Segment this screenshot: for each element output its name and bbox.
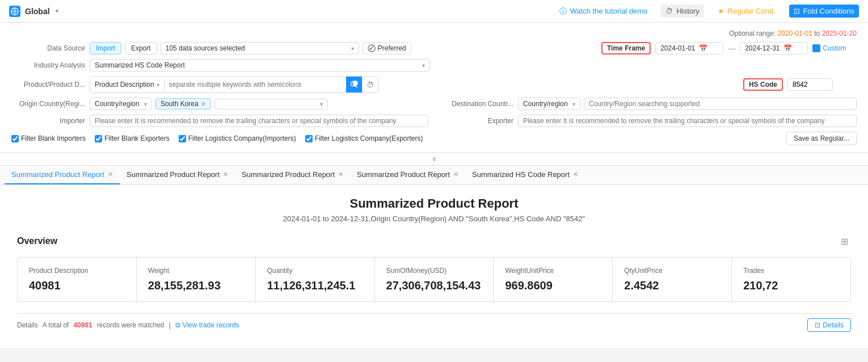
fold-icon: ⊡ bbox=[794, 7, 800, 15]
navbar-left: Global ▼ bbox=[9, 6, 60, 17]
stats-row: Product Description 40981 Weight 28,155,… bbox=[17, 257, 851, 302]
origin-type-value: Country/region bbox=[95, 100, 140, 108]
product-type-arrow-icon: ▾ bbox=[157, 82, 159, 88]
origin-controls: Country/region ▾ South Korea ✕ ▾ bbox=[90, 98, 428, 110]
regular-cond-button[interactable]: ★ Regular Cond. bbox=[713, 5, 780, 18]
report-title: Summarized Product Report bbox=[17, 196, 851, 211]
history-button[interactable]: ⏱ History bbox=[661, 5, 703, 18]
stat-value-5: 2.4542 bbox=[624, 279, 720, 292]
hs-code-input[interactable] bbox=[787, 78, 833, 91]
filter-logistics-importers-checkbox[interactable]: Filter Logistics Company(Importers) bbox=[179, 134, 296, 142]
data-source-dropdown[interactable]: 105 data sources selected ▾ bbox=[161, 42, 359, 54]
importer-controls bbox=[90, 115, 428, 127]
filter-logistics-exporters-checkbox[interactable]: Filter Logistics Company(Exporters) bbox=[305, 134, 423, 142]
view-trade-records-link[interactable]: ⧉ View trade records bbox=[175, 321, 239, 329]
filter-blank-importers-checkbox[interactable]: Filter Blank Importers bbox=[11, 134, 86, 142]
tab-2-close-icon[interactable]: ✕ bbox=[338, 171, 343, 178]
tab-0-close-icon[interactable]: ✕ bbox=[108, 171, 113, 178]
tab-1-close-icon[interactable]: ✕ bbox=[223, 171, 228, 178]
custom-box-icon bbox=[812, 44, 820, 52]
industry-dropdown[interactable]: Summarized HS Code Report ▾ bbox=[90, 59, 430, 71]
datasource-label: Data Source bbox=[11, 44, 85, 52]
industry-label: Industry Analysis bbox=[11, 61, 85, 69]
dest-type-arrow-icon: ▾ bbox=[572, 101, 575, 107]
tab-3[interactable]: Summarized Product Report ✕ bbox=[350, 166, 465, 184]
stat-value-2: 11,126,311,245.1 bbox=[267, 279, 363, 292]
logistics-importers-check[interactable] bbox=[179, 135, 186, 142]
save-regular-button[interactable]: Save as Regular... bbox=[786, 132, 857, 145]
global-label: Global bbox=[25, 7, 50, 16]
stat-quantity: Quantity 11,126,311,245.1 bbox=[256, 258, 375, 301]
product-label: Product/Product D... bbox=[11, 81, 85, 89]
date-to-input[interactable]: 2024-12-31 📅 bbox=[740, 42, 808, 54]
filter-area: Optional range: 2020-01-01 to 2025-01-20… bbox=[0, 23, 868, 153]
overview-title: Overview bbox=[17, 236, 57, 246]
importer-input[interactable] bbox=[90, 115, 428, 127]
calendar-icon: 📅 bbox=[699, 44, 707, 52]
tutorial-button[interactable]: ⓘ Watch the tutorial demo bbox=[555, 4, 652, 19]
product-history-icon-btn[interactable]: ⏱ bbox=[362, 77, 378, 92]
origin-dropdown[interactable]: ▾ bbox=[214, 99, 328, 110]
details-suffix: records were matched bbox=[97, 321, 165, 329]
collapse-icon: ∨ bbox=[432, 155, 437, 163]
tab-3-label: Summarized Product Report bbox=[357, 170, 450, 179]
product-search-icon-btn[interactable] bbox=[346, 77, 362, 92]
navbar-right: ⓘ Watch the tutorial demo ⏱ History ★ Re… bbox=[555, 4, 859, 19]
tab-1-label: Summarized Product Report bbox=[127, 170, 220, 179]
info-icon: ⓘ bbox=[559, 6, 567, 16]
tab-2-label: Summarized Product Report bbox=[242, 170, 335, 179]
stat-value-1: 28,155,281.93 bbox=[148, 279, 244, 292]
datasource-row: Data Source Import Export 105 data sourc… bbox=[11, 42, 590, 54]
details-btn-label: Details bbox=[823, 321, 844, 329]
main-content: Summarized Product Report 2024-01-01 to … bbox=[0, 185, 868, 348]
logistics-exporters-check[interactable] bbox=[305, 135, 313, 142]
fold-conditions-button[interactable]: ⊡ Fold Conditions bbox=[789, 5, 859, 18]
origin-row: Origin Country(Regi... Country/region ▾ … bbox=[11, 98, 428, 110]
optional-from-date: 2020-01-01 bbox=[778, 30, 812, 37]
date-to-value: 2024-12-31 bbox=[745, 44, 779, 52]
optional-range: Optional range: 2020-01-01 to 2025-01-20 bbox=[11, 30, 857, 37]
tab-2[interactable]: Summarized Product Report ✕ bbox=[235, 166, 350, 184]
datasource-controls: Import Export 105 data sources selected … bbox=[90, 42, 590, 54]
tab-4-close-icon[interactable]: ✕ bbox=[573, 171, 578, 178]
chevron-down-icon[interactable]: ▼ bbox=[54, 8, 60, 14]
product-type-dropdown[interactable]: Product Description ▾ bbox=[90, 79, 165, 90]
filter-blank-exporters-checkbox[interactable]: Filter Blank Exporters bbox=[95, 134, 170, 142]
exporter-label: Exporter bbox=[440, 117, 513, 125]
exporter-input[interactable] bbox=[518, 115, 857, 127]
stat-value-4: 969.8609 bbox=[505, 279, 601, 292]
date-from-input[interactable]: 2024-01-01 📅 bbox=[655, 42, 723, 54]
remove-country-icon[interactable]: ✕ bbox=[201, 100, 206, 108]
import-button[interactable]: Import bbox=[90, 42, 121, 54]
optional-label: Optional range: bbox=[729, 30, 776, 37]
preferred-button[interactable]: ✓ Preferred bbox=[363, 42, 411, 54]
tab-4[interactable]: Summarized HS Code Report ✕ bbox=[465, 166, 585, 184]
tab-3-close-icon[interactable]: ✕ bbox=[453, 171, 458, 178]
stat-value-6: 210,72 bbox=[743, 279, 839, 292]
star-icon: ★ bbox=[718, 7, 724, 15]
product-keyword-input[interactable] bbox=[165, 79, 346, 90]
tab-1[interactable]: Summarized Product Report ✕ bbox=[120, 166, 235, 184]
origin-country-value: South Korea bbox=[161, 100, 199, 108]
details-button[interactable]: ⊡ Details bbox=[807, 318, 851, 332]
origin-type-dropdown[interactable]: Country/region ▾ bbox=[90, 98, 152, 110]
dest-label: Destination Countr... bbox=[440, 100, 513, 108]
row-product-hscode: Product/Product D... Product Description… bbox=[11, 76, 857, 93]
dest-search-input[interactable] bbox=[584, 98, 857, 110]
export-button[interactable]: Export bbox=[125, 42, 157, 54]
industry-row: Industry Analysis Summarized HS Code Rep… bbox=[11, 59, 857, 71]
stat-weight-unit-price: WeightUnitPrice 969.8609 bbox=[494, 258, 613, 301]
industry-value: Summarized HS Code Report bbox=[95, 61, 185, 69]
collapse-button[interactable]: ∨ bbox=[0, 153, 868, 166]
grid-view-icon[interactable]: ⊞ bbox=[837, 234, 851, 248]
blank-importers-check[interactable] bbox=[11, 135, 19, 142]
details-btn-icon: ⊡ bbox=[815, 321, 820, 329]
hs-code-label: HS Code bbox=[743, 78, 783, 91]
stat-value-0: 40981 bbox=[29, 279, 125, 292]
blank-exporters-check[interactable] bbox=[95, 135, 102, 142]
stat-label-1: Weight bbox=[148, 267, 244, 275]
dest-type-dropdown[interactable]: Country/region ▾ bbox=[518, 98, 580, 110]
custom-link[interactable]: Custom bbox=[812, 44, 846, 52]
tab-0[interactable]: Summarized Product Report ✕ bbox=[5, 166, 120, 184]
details-row: Details A total of 40981 records were ma… bbox=[17, 313, 851, 336]
